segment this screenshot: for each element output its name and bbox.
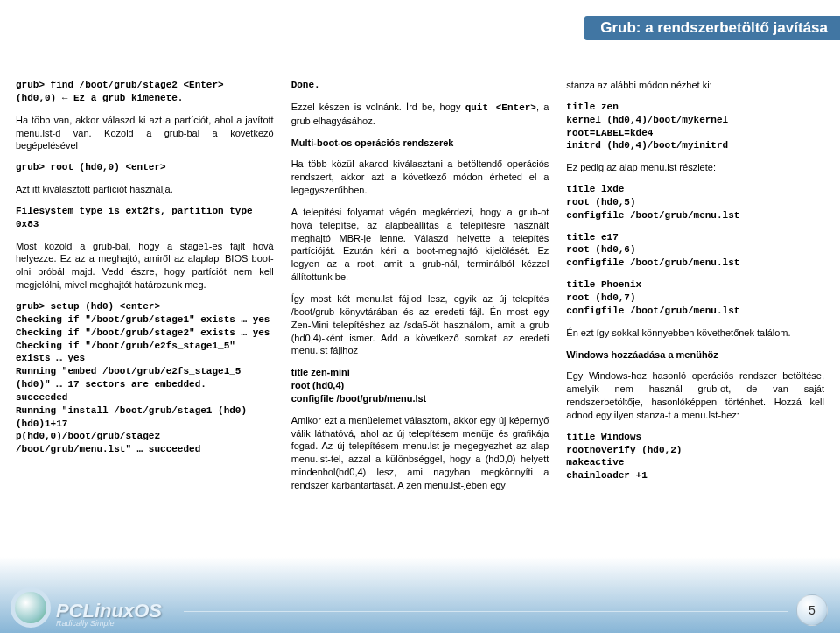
- page-number-badge: 5: [796, 594, 828, 626]
- text-run: Ezzel készen is volnánk. Írd be, hogy: [291, 102, 466, 112]
- config-block: title zen-mini root (hd0,4) configfile /…: [291, 366, 550, 405]
- paragraph: Ez pedig az alap menu.lst részlete:: [566, 161, 824, 174]
- logo-text-wrap: PCLinuxOS Radically Simple: [56, 601, 162, 628]
- code-block: title Windows rootnoverify (hd0,2) makea…: [566, 431, 824, 482]
- column-2: Done. Ezzel készen is volnánk. Írd be, h…: [291, 79, 550, 501]
- logo-icon: [10, 587, 51, 628]
- paragraph: Azt itt kiválasztott partíciót használja…: [16, 183, 274, 196]
- code-block: title lxde root (hd0,5) configfile /boot…: [566, 183, 824, 222]
- subheading: Multi-boot-os operációs rendszerek: [291, 137, 550, 150]
- paragraph: Egy Windows-hoz hasonló operációs rendsz…: [566, 369, 824, 421]
- paragraph: Amikor ezt a menüelemet választom, akkor…: [291, 414, 550, 492]
- page-title-bar: Grub: a rendszerbetöltő javítása: [584, 16, 840, 40]
- inline-code: quit <Enter>: [466, 102, 536, 113]
- page-footer: PCLinuxOS Radically Simple 5: [0, 572, 840, 633]
- code-block: grub> setup (hd0) <enter> Checking if "/…: [16, 300, 274, 456]
- paragraph: A telepítési folyamat végén megkérdezi, …: [291, 206, 550, 284]
- column-3: stanza az alábbi módon nézhet ki: title …: [566, 79, 824, 501]
- paragraph: Ezzel készen is volnánk. Írd be, hogy qu…: [291, 101, 550, 128]
- subheading: Windows hozzáadása a menühöz: [566, 348, 824, 362]
- code-block: Done.: [291, 79, 550, 92]
- code-block: grub> find /boot/grub/stage2 <Enter> (hd…: [16, 79, 274, 105]
- code-block: title e17 root (hd0,6) configfile /boot/…: [566, 231, 824, 271]
- article-body: grub> find /boot/grub/stage2 <Enter> (hd…: [16, 79, 824, 501]
- paragraph: Én ezt így sokkal könnyebben követhetőne…: [566, 327, 824, 340]
- paragraph: stanza az alábbi módon nézhet ki:: [566, 79, 824, 92]
- code-block: title Phoenix root (hd0,7) configfile /b…: [566, 278, 824, 318]
- paragraph: Ha több van, akkor válaszd ki azt a part…: [16, 114, 274, 153]
- code-block: Filesystem type is ext2fs, partition typ…: [16, 205, 274, 231]
- page-number: 5: [808, 603, 816, 617]
- paragraph: Ha több közül akarod kiválasztani a betö…: [291, 158, 550, 197]
- logo: PCLinuxOS Radically Simple: [10, 587, 162, 628]
- logo-text: PCLinuxOS: [56, 601, 162, 621]
- page-title: Grub: a rendszerbetöltő javítása: [600, 19, 828, 36]
- footer-separator: [184, 611, 788, 612]
- code-block: title zen kernel (hd0,4)/boot/mykernel r…: [566, 101, 824, 152]
- paragraph: Így most két menu.lst fájlod lesz, egyik…: [291, 292, 550, 357]
- code-block: grub> root (hd0,0) <enter>: [16, 161, 274, 174]
- paragraph: Most közöld a grub-bal, hogy a stage1-es…: [16, 240, 274, 292]
- column-1: grub> find /boot/grub/stage2 <Enter> (hd…: [16, 79, 274, 501]
